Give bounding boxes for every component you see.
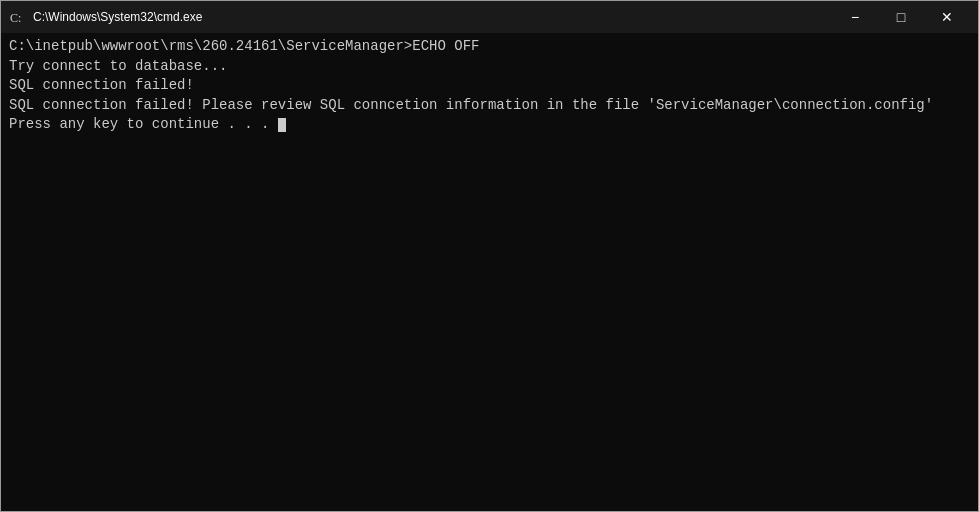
console-line-5: Press any key to continue . . . xyxy=(9,115,970,135)
titlebar: C: C:\Windows\System32\cmd.exe − □ ✕ xyxy=(1,1,978,33)
console-line-4: SQL connection failed! Please review SQL… xyxy=(9,96,970,116)
cursor xyxy=(278,118,286,132)
console-line-2: Try connect to database... xyxy=(9,57,970,77)
cmd-icon: C: xyxy=(9,9,25,25)
console-line-1: C:\inetpub\wwwroot\rms\260.24161\Service… xyxy=(9,37,970,57)
window-title: C:\Windows\System32\cmd.exe xyxy=(33,10,832,24)
svg-text:C:: C: xyxy=(10,11,21,25)
console-line-3: SQL connection failed! xyxy=(9,76,970,96)
minimize-button[interactable]: − xyxy=(832,1,878,33)
maximize-button[interactable]: □ xyxy=(878,1,924,33)
window-controls: − □ ✕ xyxy=(832,1,970,33)
console-output: C:\inetpub\wwwroot\rms\260.24161\Service… xyxy=(1,33,978,511)
cmd-window: C: C:\Windows\System32\cmd.exe − □ ✕ C:\… xyxy=(0,0,979,512)
close-button[interactable]: ✕ xyxy=(924,1,970,33)
